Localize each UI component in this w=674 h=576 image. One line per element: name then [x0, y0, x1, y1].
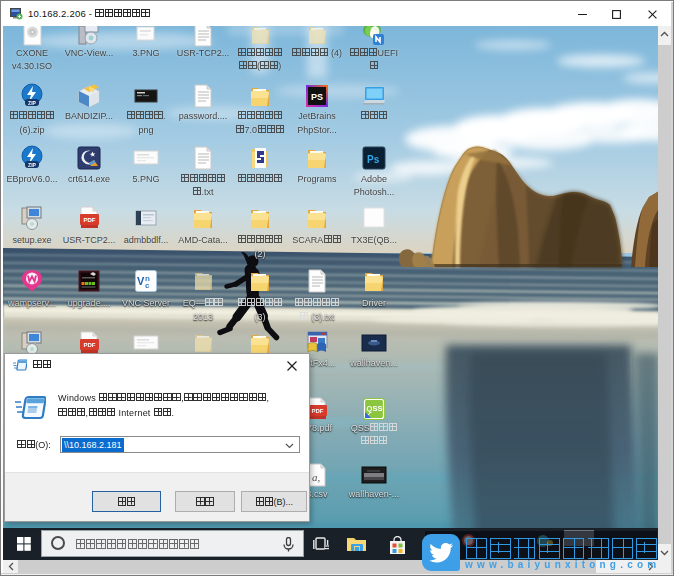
svg-text:QSS: QSS	[367, 404, 383, 413]
svg-text:PDF: PDF	[84, 342, 96, 348]
svg-text:V: V	[137, 275, 145, 287]
svg-text:a,: a,	[312, 471, 321, 483]
svg-text:ZIP: ZIP	[28, 161, 36, 167]
svg-text:Ps: Ps	[367, 154, 380, 165]
svg-text:c: c	[145, 281, 150, 290]
svg-text:PDF: PDF	[312, 408, 324, 414]
svg-text:PDF: PDF	[84, 217, 96, 223]
svg-text:PS: PS	[311, 92, 323, 102]
svg-text:ZIP: ZIP	[28, 100, 36, 106]
